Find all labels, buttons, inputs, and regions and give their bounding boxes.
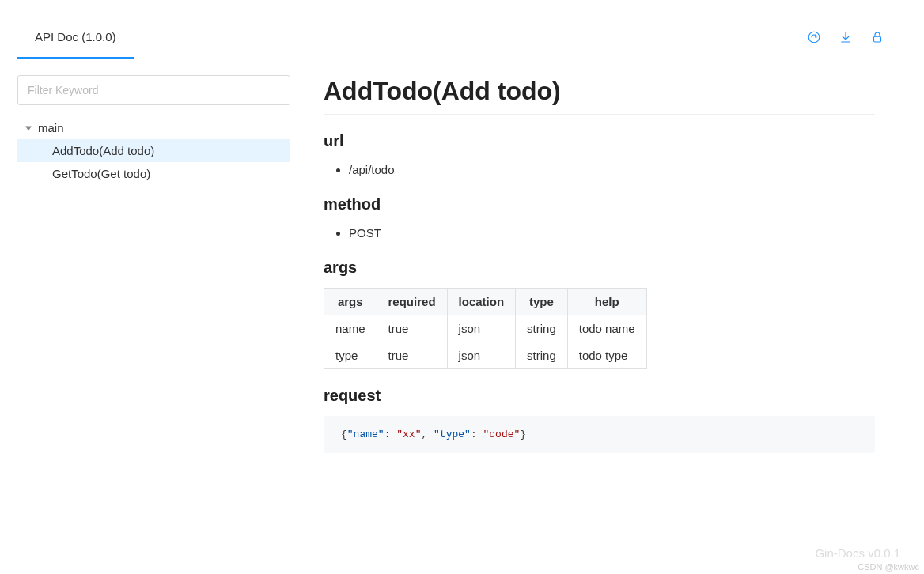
section-heading-url: url	[324, 132, 875, 150]
table-header-row: args required location type help	[324, 289, 647, 315]
cell: true	[377, 315, 447, 342]
sidebar-tree: main AddTodo(Add todo) GetTodo(Get todo)	[17, 116, 290, 185]
main-area: main AddTodo(Add todo) GetTodo(Get todo)…	[17, 59, 907, 574]
section-heading-request: request	[324, 387, 875, 405]
cell: json	[447, 315, 516, 342]
cell: string	[516, 342, 568, 369]
toolbar-icons	[807, 30, 907, 44]
section-heading-method: method	[324, 195, 875, 213]
th-location: location	[447, 289, 516, 315]
cell: string	[516, 315, 568, 342]
method-value: POST	[349, 225, 875, 241]
sidebar-item-addtodo[interactable]: AddTodo(Add todo)	[17, 139, 290, 162]
refresh-icon[interactable]	[807, 30, 821, 44]
svg-rect-1	[874, 36, 881, 42]
sidebar-item-label: GetTodo(Get todo)	[52, 167, 150, 180]
sidebar: main AddTodo(Add todo) GetTodo(Get todo)	[17, 59, 306, 574]
th-type: type	[516, 289, 568, 315]
cell: true	[377, 342, 447, 369]
table-row: name true json string todo name	[324, 315, 647, 342]
section-heading-args: args	[324, 259, 875, 277]
args-table: args required location type help name tr…	[324, 288, 647, 369]
app-window: API Doc (1.0.0) main	[0, 0, 924, 574]
table-row: type true json string todo type	[324, 342, 647, 369]
cell: name	[324, 315, 377, 342]
cell: todo name	[567, 315, 646, 342]
sidebar-group-main[interactable]: main	[17, 116, 290, 139]
cell: json	[447, 342, 516, 369]
cell: type	[324, 342, 377, 369]
request-code-block: {"name": "xx", "type": "code"}	[324, 416, 875, 453]
sidebar-item-gettodo[interactable]: GetTodo(Get todo)	[17, 162, 290, 185]
sidebar-group-label: main	[38, 121, 64, 134]
url-list: /api/todo	[324, 161, 875, 178]
method-list: POST	[324, 225, 875, 241]
lock-icon[interactable]	[870, 30, 884, 44]
endpoint-title: AddTodo(Add todo)	[324, 77, 875, 115]
th-help: help	[567, 289, 646, 315]
content-pane[interactable]: AddTodo(Add todo) url /api/todo method P…	[306, 59, 907, 574]
svg-marker-2	[25, 126, 32, 130]
svg-point-0	[808, 32, 820, 43]
cell: todo type	[567, 342, 646, 369]
tabs-container: API Doc (1.0.0)	[17, 16, 134, 59]
download-icon[interactable]	[839, 30, 853, 44]
th-required: required	[377, 289, 447, 315]
top-bar: API Doc (1.0.0)	[17, 16, 907, 59]
sidebar-item-label: AddTodo(Add todo)	[52, 144, 154, 157]
th-args: args	[324, 289, 377, 315]
filter-input[interactable]	[17, 75, 290, 105]
url-value: /api/todo	[349, 161, 875, 178]
caret-down-icon	[25, 125, 32, 131]
tab-api-doc[interactable]: API Doc (1.0.0)	[17, 16, 134, 59]
